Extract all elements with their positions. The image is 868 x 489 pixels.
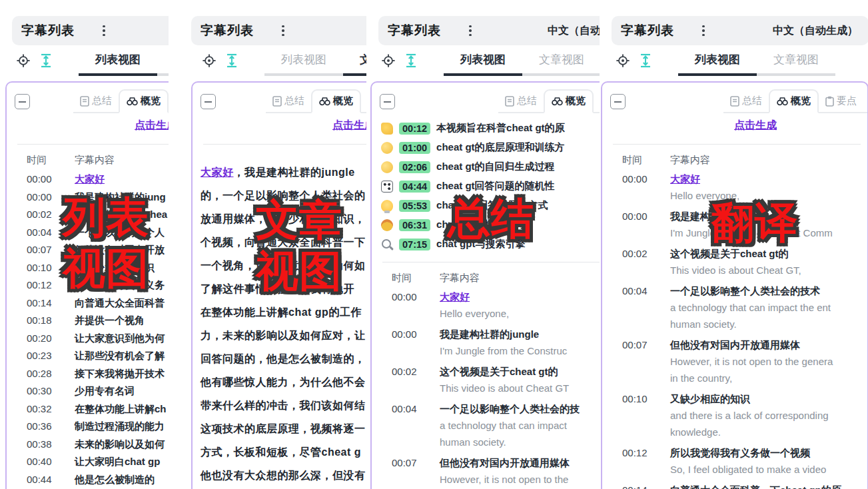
subtitle-row[interactable]: 00:00 大家好 bbox=[7, 171, 169, 189]
collapse-button[interactable] bbox=[201, 94, 216, 109]
generate-link[interactable]: 点击生成 bbox=[332, 119, 366, 131]
overview-timestamp[interactable]: 02:06 bbox=[399, 161, 430, 173]
overview-timestamp[interactable]: 00:12 bbox=[399, 123, 430, 135]
subtitle-row[interactable]: 00:02 这个视频是关于cheat gt的 This video is abo… bbox=[372, 363, 600, 396]
article-line[interactable]: 放通用媒体，又缺少相应的知识， bbox=[201, 207, 366, 231]
language-label[interactable]: 中文（自动生成） bbox=[548, 24, 600, 38]
tab-summary[interactable]: 总结 bbox=[498, 91, 544, 112]
subtitle-text[interactable]: 这个视频是关于chea bbox=[75, 206, 167, 224]
generate-link[interactable]: 点击生成 bbox=[135, 119, 169, 131]
article-line[interactable]: 个视频，向普通大众全面科普一下 bbox=[201, 231, 366, 254]
subtitle-text[interactable]: 大家好 bbox=[75, 171, 105, 189]
kebab-menu-icon[interactable] bbox=[103, 25, 105, 37]
subtitle-text[interactable]: 但他没有对国内开放 bbox=[75, 241, 165, 259]
subtitle-text[interactable]: 我是建构社群的jung bbox=[75, 189, 166, 207]
tab-overview[interactable]: 概览 bbox=[311, 89, 361, 113]
subtitle-text[interactable]: 又缺少相应的知识 bbox=[670, 390, 829, 407]
tab-keypoints[interactable]: 要点 bbox=[819, 91, 863, 112]
tab-keypoints[interactable]: 要点 bbox=[361, 91, 366, 112]
expand-vertical-icon[interactable] bbox=[637, 52, 654, 69]
locate-current-subtitle-icon[interactable] bbox=[201, 52, 218, 69]
overview-item[interactable]: 06:31 cheat gt的惊人能力 bbox=[372, 215, 600, 235]
subtitle-row[interactable]: 00:04 一个足以影响整个人 bbox=[7, 224, 169, 242]
subtitle-text[interactable]: 少用专有名词 bbox=[75, 382, 135, 400]
tab-keypoints[interactable]: 要点 bbox=[594, 91, 600, 112]
tab-overview[interactable]: 概览 bbox=[769, 89, 819, 113]
subtitle-text[interactable]: 但他没有对国内开放通用媒体 bbox=[440, 454, 570, 471]
subtitle-row[interactable]: 00:20 让大家意识到他为何 bbox=[7, 330, 169, 348]
subtitle-row[interactable]: 00:14 向普通大众全面科普 bbox=[7, 294, 169, 312]
kebab-menu-icon[interactable] bbox=[702, 25, 705, 37]
tab-summary[interactable]: 总结 bbox=[266, 91, 311, 112]
subtitle-row[interactable]: 00:00 大家好 Hello everyone, bbox=[602, 171, 867, 204]
subtitle-text[interactable]: 一个足以影响整个人 bbox=[75, 224, 165, 242]
article-line[interactable]: 在整体功能上讲解chat gp的工作 bbox=[201, 300, 366, 324]
generate-link[interactable]: 点击生成 bbox=[734, 119, 777, 131]
subtitle-text[interactable]: 制造过程涌现的能力 bbox=[75, 418, 165, 436]
article-line[interactable]: 他有哪些惊人能力，为什么他不会 bbox=[201, 370, 366, 394]
subtitle-row[interactable]: 00:07 但他没有对国内开放通用媒体 However, it is not o… bbox=[602, 336, 867, 386]
overview-timestamp[interactable]: 07:15 bbox=[399, 239, 430, 250]
subtitle-row[interactable]: 00:02 这个视频是关于chea bbox=[7, 206, 169, 224]
subtitle-text[interactable]: 未来的影响以及如何 bbox=[75, 436, 165, 454]
subtitle-link[interactable]: 大家好 bbox=[201, 167, 234, 178]
tab-list-view[interactable]: 列表视图 bbox=[79, 52, 157, 76]
subtitle-text[interactable]: 向普通大众全面科普 bbox=[75, 294, 165, 312]
tab-summary[interactable]: 总结 bbox=[73, 91, 119, 112]
subtitle-text[interactable]: 我是建构社群的jungle bbox=[440, 326, 567, 342]
kebab-menu-icon[interactable] bbox=[282, 25, 284, 37]
subtitle-row[interactable]: 00:28 接下来我将抛开技术 bbox=[7, 365, 169, 383]
overview-item[interactable]: 04:44 cheat gt回答问题的随机性 bbox=[372, 177, 600, 196]
article-line[interactable]: 这项技术的底层原理，视频将逐一 bbox=[201, 417, 366, 440]
subtitle-text[interactable]: 他是怎么被制造的 bbox=[75, 471, 155, 489]
tab-article-view[interactable]: 文章视图 bbox=[757, 52, 835, 76]
subtitle-row[interactable]: 00:44 他是怎么被制造的 bbox=[7, 471, 169, 489]
collapse-button[interactable] bbox=[15, 94, 30, 109]
subtitle-text[interactable]: 这个视频是关于cheat gt的 bbox=[670, 245, 801, 262]
subtitle-text[interactable]: 一个足以影响整个人类社会的技术 bbox=[670, 282, 831, 299]
subtitle-row[interactable]: 00:07 但他没有对国内开放 bbox=[7, 241, 169, 259]
subtitle-text[interactable]: 又缺少相应的知识 bbox=[75, 259, 155, 277]
subtitle-text[interactable]: 一个足以影响整个人类社会的技 bbox=[440, 400, 580, 417]
overview-item[interactable]: 02:06 cheat gt的自回归生成过程 bbox=[372, 157, 600, 177]
expand-vertical-icon[interactable] bbox=[402, 52, 420, 69]
subtitle-text[interactable]: 在整体功能上讲解ch bbox=[75, 400, 167, 418]
locate-current-subtitle-icon[interactable] bbox=[614, 52, 632, 69]
subtitle-row[interactable]: 00:07 但他没有对国内开放通用媒体 However, it is not o… bbox=[372, 454, 600, 489]
tab-summary[interactable]: 总结 bbox=[723, 91, 769, 112]
collapse-button[interactable] bbox=[380, 94, 395, 109]
subtitle-row[interactable]: 00:04 一个足以影响整个人类社会的技 a technology that c… bbox=[372, 400, 600, 450]
subtitle-row[interactable]: 00:00 我是建构社群的jungle I'm Jungle from the … bbox=[372, 326, 600, 359]
subtitle-text[interactable]: 接下来我将抛开技术 bbox=[75, 365, 165, 383]
subtitle-text[interactable]: 所以我觉得我有义务做一个视频 bbox=[670, 444, 826, 461]
overview-timestamp[interactable]: 01:00 bbox=[399, 142, 430, 154]
article-line[interactable]: 方式，长板和短板，尽管cheat g bbox=[201, 440, 366, 464]
subtitle-text[interactable]: 大家好 bbox=[440, 288, 509, 305]
subtitle-row[interactable]: 00:36 制造过程涌现的能力 bbox=[7, 418, 169, 436]
subtitle-row[interactable]: 00:04 一个足以影响整个人类社会的技术 a technology that … bbox=[602, 282, 867, 332]
subtitle-row[interactable]: 00:40 让大家明白chat gp bbox=[7, 453, 169, 471]
overview-item[interactable]: 01:00 cheat gt的底层原理和训练方 bbox=[372, 138, 600, 157]
subtitle-row[interactable]: 00:18 并提供一个视角 bbox=[7, 312, 169, 330]
subtitle-text[interactable]: 让那些没有机会了解 bbox=[75, 347, 165, 365]
tab-list-view[interactable]: 列表视图 bbox=[264, 52, 343, 76]
article-line[interactable]: 一个视角，让大家意识到他为何如 bbox=[201, 254, 366, 277]
tab-list-view[interactable]: 列表视图 bbox=[444, 52, 522, 76]
overview-timestamp[interactable]: 06:31 bbox=[399, 219, 430, 231]
overview-item[interactable]: 07:15 chat gpt与搜索引擎 bbox=[372, 235, 600, 254]
subtitle-row[interactable]: 00:12 所以我觉得我有义务做一个视频 So, I feel obligate… bbox=[602, 444, 867, 478]
subtitle-row[interactable]: 00:00 我是建构社群的jungle I'm Jungle from the … bbox=[602, 208, 867, 241]
subtitle-text[interactable]: 并提供一个视角 bbox=[75, 312, 145, 330]
overview-timestamp[interactable]: 04:44 bbox=[399, 181, 430, 193]
expand-vertical-icon[interactable] bbox=[37, 52, 55, 69]
subtitle-row[interactable]: 00:23 让那些没有机会了解 bbox=[7, 347, 169, 365]
article-line[interactable]: 他也没有大众想的那么深，但没有 bbox=[201, 464, 366, 487]
subtitle-text[interactable]: 向普通大众全面科普一下cheat gp的原 bbox=[670, 482, 841, 489]
article-line[interactable]: 大家好，我是建构社群的jungle bbox=[201, 161, 366, 184]
tab-article-view[interactable]: 文章视图 bbox=[157, 52, 169, 76]
subtitle-row[interactable]: 00:02 这个视频是关于cheat gt的 This video is abo… bbox=[602, 245, 867, 278]
subtitle-text[interactable]: 大家好 bbox=[670, 171, 739, 187]
subtitle-row[interactable]: 00:38 未来的影响以及如何 bbox=[7, 436, 169, 454]
overview-item[interactable]: 05:53 chat gp t回答问题的方式 bbox=[372, 196, 600, 215]
subtitle-text[interactable]: 但他没有对国内开放通用媒体 bbox=[670, 336, 833, 353]
